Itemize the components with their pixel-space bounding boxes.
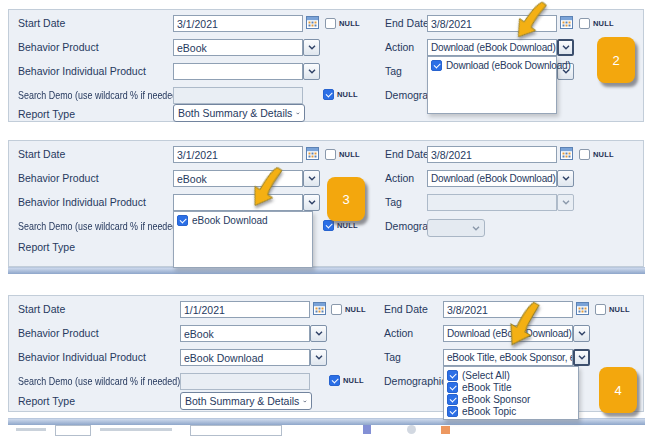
end-date-label: End Date [384,303,428,315]
calendar-icon[interactable] [560,16,573,29]
dropdown-option[interactable]: eBook Sponsor [444,393,578,405]
demographic-label: Demographic [384,375,446,387]
chevron-down-icon[interactable] [303,170,320,187]
null-label: NULL [593,19,614,28]
start-date-input[interactable]: 3/1/2021 [173,15,303,32]
behavior-product-combobox[interactable]: eBook [173,39,303,56]
dropdown-option[interactable]: eBook Topic [444,405,578,417]
start-date-label: Start Date [18,303,65,315]
end-date-input[interactable]: 3/8/2021 [443,301,573,318]
action-combobox[interactable]: Download (eBook Download) [427,39,557,56]
search-demo-null-checkbox[interactable] [329,375,340,386]
chevron-down-icon[interactable] [557,39,574,56]
section-divider-bar [8,267,645,274]
dropdown-option[interactable]: (Select All) [444,369,578,381]
clipped-text [16,428,46,431]
report-type-select[interactable]: Both Summary & Details [173,104,305,122]
behavior-product-combobox[interactable]: eBook [180,325,310,342]
demographic-select[interactable] [427,219,485,237]
chevron-down-icon[interactable] [303,63,320,80]
dropdown-option[interactable]: eBook Download [174,214,312,226]
calendar-icon[interactable] [306,16,319,29]
calendar-icon[interactable] [560,147,573,160]
start-date-input[interactable]: 1/1/2021 [180,301,310,318]
tag-combobox[interactable]: eBook Title, eBook Sponsor, eBook [443,349,573,366]
action-dropdown-list: Download (eBook Download) [427,56,557,114]
filter-panel-step-2: Start Date 3/1/2021 NULL End Date 3/8/20… [8,9,644,122]
calendar-icon[interactable] [576,302,589,315]
report-type-label: Report Type [18,241,75,253]
chevron-down-icon[interactable] [557,170,574,187]
end-date-label: End Date [385,148,429,160]
option-checkbox[interactable] [431,60,442,71]
report-type-label: Report Type [18,108,75,120]
behavior-product-label: Behavior Product [18,172,99,184]
clipped-icon[interactable] [407,425,416,434]
report-type-value: Both Summary & Details [178,107,292,119]
tag-combobox[interactable] [427,194,557,211]
option-label: eBook Topic [462,406,516,417]
step-badge: 3 [327,177,365,221]
search-demo-null-checkbox[interactable] [323,89,334,100]
dropdown-option[interactable]: Download (eBook Download) [428,59,556,71]
tag-label: Tag [385,65,402,77]
search-demo-input[interactable] [173,87,303,104]
calendar-icon[interactable] [313,302,326,315]
search-demo-input[interactable] [180,373,310,390]
chevron-down-icon [472,226,480,231]
option-label: eBook Sponsor [462,394,530,405]
dropdown-option[interactable]: eBook Title [444,381,578,393]
behavior-individual-product-combobox[interactable]: eBook Download [180,349,310,366]
chevron-down-icon[interactable] [310,349,327,366]
behavior-individual-product-combobox[interactable] [173,194,303,211]
clipped-input[interactable] [55,425,91,436]
start-date-label: Start Date [18,17,65,29]
null-label: NULL [339,19,360,28]
report-type-label: Report Type [18,395,75,407]
end-date-null-checkbox[interactable] [595,304,606,315]
clipped-icon[interactable] [363,425,371,434]
null-label: NULL [593,150,614,159]
search-demo-label: Search Demo (use wildcard % if needed) [18,375,180,387]
option-checkbox[interactable] [177,215,188,226]
search-demo-null-checkbox[interactable] [323,220,334,231]
option-checkbox[interactable] [447,382,458,393]
end-date-input[interactable]: 3/8/2021 [427,146,557,163]
start-date-null-checkbox[interactable] [331,304,342,315]
option-checkbox[interactable] [447,394,458,405]
behavior-individual-product-dropdown-list: eBook Download [173,211,313,268]
option-checkbox[interactable] [447,406,458,417]
chevron-down-icon[interactable] [573,325,590,342]
end-date-null-checkbox[interactable] [579,149,590,160]
chevron-down-icon[interactable] [303,194,320,211]
behavior-product-label: Behavior Product [18,41,99,53]
chevron-down-icon[interactable] [303,39,320,56]
search-demo-label: Search Demo (use wildcard % if needed) [18,220,180,232]
start-date-null-checkbox[interactable] [325,18,336,29]
behavior-individual-product-label: Behavior Individual Product [18,351,146,363]
action-combobox[interactable]: Download (eBook Download) [427,170,557,187]
search-demo-label: Search Demo (use wildcard % if needed) [18,89,180,101]
step-badge: 4 [599,367,637,413]
clipped-icon[interactable] [441,426,450,434]
option-checkbox[interactable] [447,370,458,381]
behavior-individual-product-combobox[interactable] [173,63,303,80]
clipped-input[interactable] [190,425,282,436]
tag-label: Tag [384,351,401,363]
start-date-null-checkbox[interactable] [325,149,336,160]
start-date-input[interactable]: 3/1/2021 [173,146,303,163]
chevron-down-icon[interactable] [310,325,327,342]
report-type-select[interactable]: Both Summary & Details [180,392,312,410]
chevron-down-icon[interactable] [557,194,574,211]
option-label: eBook Title [462,382,511,393]
calendar-icon[interactable] [306,147,319,160]
action-label: Action [384,327,413,339]
null-label: NULL [339,150,360,159]
behavior-individual-product-label: Behavior Individual Product [18,196,146,208]
chevron-down-icon [296,111,300,116]
end-date-null-checkbox[interactable] [579,18,590,29]
chevron-down-icon[interactable] [573,349,590,366]
option-label: Download (eBook Download) [446,60,571,71]
report-type-value: Both Summary & Details [185,395,299,407]
clipped-text [100,428,172,431]
